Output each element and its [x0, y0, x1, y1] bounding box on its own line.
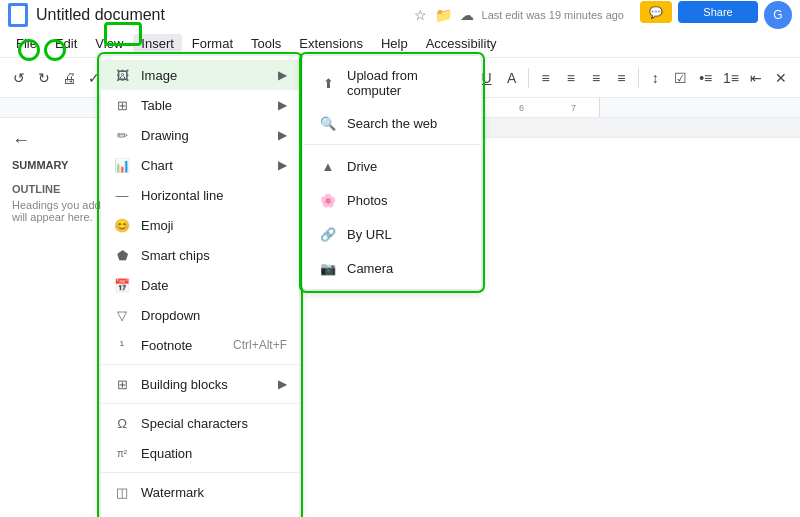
- divider-3: [101, 472, 299, 473]
- watermark-icon: ◫: [113, 483, 131, 501]
- submenu-search-web[interactable]: 🔍 Search the web: [303, 106, 481, 140]
- menu-view[interactable]: View: [87, 34, 131, 53]
- menu-item-smartchips[interactable]: ⬟ Smart chips: [101, 240, 299, 270]
- indent-decrease-button[interactable]: ⇤: [746, 64, 767, 92]
- redo-button[interactable]: ↻: [33, 64, 54, 92]
- document-title[interactable]: Untitled document: [36, 6, 406, 24]
- menu-item-drawing[interactable]: ✏ Drawing ▶: [101, 120, 299, 150]
- menu-item-special-chars[interactable]: Ω Special characters: [101, 408, 299, 438]
- align-center-button[interactable]: ≡: [560, 64, 581, 92]
- drawing-label: Drawing: [141, 128, 268, 143]
- divider-1: [101, 364, 299, 365]
- camera-label: Camera: [347, 261, 393, 276]
- footnote-icon: ¹: [113, 336, 131, 354]
- table-label: Table: [141, 98, 268, 113]
- menu-edit[interactable]: Edit: [47, 34, 85, 53]
- checklist-button[interactable]: ☑: [670, 64, 691, 92]
- align-justify-button[interactable]: ≡: [611, 64, 632, 92]
- building-blocks-label: Building blocks: [141, 377, 268, 392]
- hline-icon: —: [113, 186, 131, 204]
- align-left-button[interactable]: ≡: [535, 64, 556, 92]
- avatar[interactable]: G: [764, 1, 792, 29]
- drawing-arrow-icon: ▶: [278, 128, 287, 142]
- submenu-camera[interactable]: 📷 Camera: [303, 251, 481, 285]
- clear-format-button[interactable]: ✕: [771, 64, 792, 92]
- linespacing-button[interactable]: ↕: [645, 64, 666, 92]
- search-web-icon: 🔍: [319, 114, 337, 132]
- smartchips-icon: ⬟: [113, 246, 131, 264]
- special-chars-icon: Ω: [113, 414, 131, 432]
- emoji-icon: 😊: [113, 216, 131, 234]
- camera-icon: 📷: [319, 259, 337, 277]
- image-submenu: ⬆ Upload from computer 🔍 Search the web …: [302, 55, 482, 290]
- doc-icon: [8, 3, 28, 27]
- submenu-url[interactable]: 🔗 By URL: [303, 217, 481, 251]
- menu-item-chart[interactable]: 📊 Chart ▶: [101, 150, 299, 180]
- comments-button[interactable]: 💬: [640, 1, 672, 23]
- menu-item-dropdown[interactable]: ▽ Dropdown: [101, 300, 299, 330]
- menu-extensions[interactable]: Extensions: [291, 34, 371, 53]
- chart-label: Chart: [141, 158, 268, 173]
- chart-icon: 📊: [113, 156, 131, 174]
- menu-help[interactable]: Help: [373, 34, 416, 53]
- menu-item-building-blocks[interactable]: ⊞ Building blocks ▶: [101, 369, 299, 399]
- menu-item-footnote[interactable]: ¹ Footnote Ctrl+Alt+F: [101, 330, 299, 360]
- menu-insert[interactable]: Insert: [133, 34, 182, 53]
- date-label: Date: [141, 278, 287, 293]
- drawing-icon: ✏: [113, 126, 131, 144]
- divider-2: [101, 403, 299, 404]
- menu-item-headers-footers[interactable]: ⊤ Headers & footers ▶: [101, 507, 299, 517]
- submenu-photos[interactable]: 🌸 Photos: [303, 183, 481, 217]
- menu-item-image[interactable]: 🖼 Image ▶: [101, 60, 299, 90]
- upload-icon: ⬆: [319, 74, 337, 92]
- submenu-upload[interactable]: ⬆ Upload from computer: [303, 60, 481, 106]
- url-label: By URL: [347, 227, 392, 242]
- image-icon: 🖼: [113, 66, 131, 84]
- menu-item-emoji[interactable]: 😊 Emoji: [101, 210, 299, 240]
- building-blocks-icon: ⊞: [113, 375, 131, 393]
- table-arrow-icon: ▶: [278, 98, 287, 112]
- equation-icon: π²: [113, 444, 131, 462]
- menu-item-hline[interactable]: — Horizontal line: [101, 180, 299, 210]
- hline-label: Horizontal line: [141, 188, 287, 203]
- menu-accessibility[interactable]: Accessibility: [418, 34, 505, 53]
- date-icon: 📅: [113, 276, 131, 294]
- bullets-button[interactable]: •≡: [695, 64, 716, 92]
- menu-format[interactable]: Format: [184, 34, 241, 53]
- star-icon[interactable]: ☆: [414, 7, 427, 23]
- submenu-drive[interactable]: ▲ Drive: [303, 149, 481, 183]
- print-button[interactable]: 🖨: [58, 64, 79, 92]
- color-button[interactable]: A: [501, 64, 522, 92]
- share-button[interactable]: Share: [678, 1, 758, 23]
- cloud-icon[interactable]: ☁: [460, 7, 474, 23]
- smartchips-label: Smart chips: [141, 248, 287, 263]
- numbering-button[interactable]: 1≡: [720, 64, 741, 92]
- building-blocks-arrow-icon: ▶: [278, 377, 287, 391]
- menu-file[interactable]: File: [8, 34, 45, 53]
- image-arrow-icon: ▶: [278, 68, 287, 82]
- search-web-label: Search the web: [347, 116, 437, 131]
- menu-item-table[interactable]: ⊞ Table ▶: [101, 90, 299, 120]
- emoji-label: Emoji: [141, 218, 287, 233]
- photos-label: Photos: [347, 193, 387, 208]
- folder-icon[interactable]: 📁: [435, 7, 452, 23]
- align-right-button[interactable]: ≡: [586, 64, 607, 92]
- undo-button[interactable]: ↺: [8, 64, 29, 92]
- drive-icon: ▲: [319, 157, 337, 175]
- menu-tools[interactable]: Tools: [243, 34, 289, 53]
- separator-7: [638, 68, 639, 88]
- menu-bar: File Edit View Insert Format Tools Exten…: [0, 30, 800, 58]
- footnote-label: Footnote: [141, 338, 223, 353]
- chart-arrow-icon: ▶: [278, 158, 287, 172]
- last-edit-text: Last edit was 19 minutes ago: [482, 9, 624, 21]
- menu-item-date[interactable]: 📅 Date: [101, 270, 299, 300]
- watermark-label: Watermark: [141, 485, 287, 500]
- menu-item-equation[interactable]: π² Equation: [101, 438, 299, 468]
- sub-divider-1: [303, 144, 481, 145]
- special-chars-label: Special characters: [141, 416, 287, 431]
- table-icon: ⊞: [113, 96, 131, 114]
- separator-6: [528, 68, 529, 88]
- footnote-shortcut: Ctrl+Alt+F: [233, 338, 287, 352]
- title-bar: Untitled document ☆ 📁 ☁ Last edit was 19…: [0, 0, 800, 30]
- menu-item-watermark[interactable]: ◫ Watermark: [101, 477, 299, 507]
